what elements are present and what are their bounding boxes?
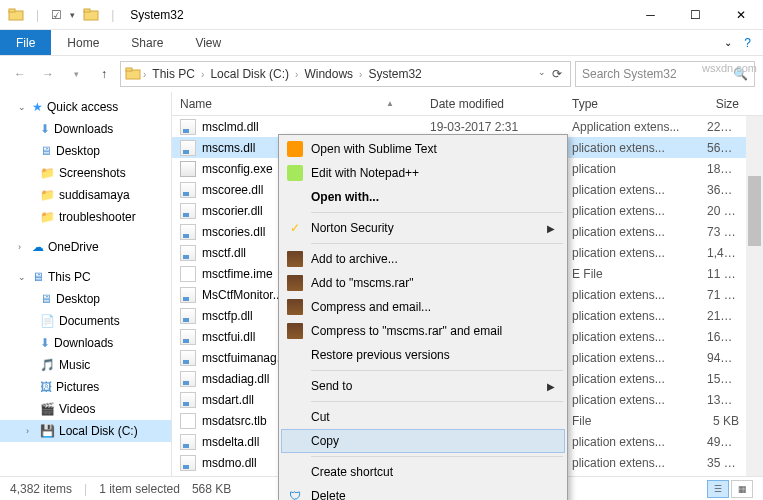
ctx-copy[interactable]: Copy — [281, 429, 565, 453]
file-icon — [180, 245, 196, 261]
crumb-local-disk[interactable]: Local Disk (C:) — [206, 67, 293, 81]
qat-overflow-icon[interactable]: ▾ — [70, 10, 75, 20]
sidebar-item-local-disk[interactable]: › 💾Local Disk (C:) — [0, 420, 171, 442]
navigation-pane: ⌄ ★ Quick access ⬇Downloads 🖥Desktop 📁Sc… — [0, 92, 172, 476]
breadcrumb-sep[interactable]: › — [359, 69, 362, 80]
ctx-add-rar[interactable]: Add to "mscms.rar" — [281, 271, 565, 295]
close-button[interactable]: ✕ — [718, 0, 763, 30]
sidebar-item-pictures[interactable]: 🖼Pictures — [0, 376, 171, 398]
sidebar-item-videos[interactable]: 🎬Videos — [0, 398, 171, 420]
winrar-icon — [287, 299, 303, 315]
ctx-separator — [311, 243, 563, 244]
search-placeholder: Search System32 — [582, 67, 677, 81]
chevron-right-icon[interactable]: › — [18, 242, 28, 252]
ctx-delete[interactable]: 🛡Delete — [281, 484, 565, 500]
ctx-norton[interactable]: ✓Norton Security▶ — [281, 216, 565, 240]
chevron-down-icon[interactable]: ⌄ — [18, 102, 28, 112]
ctx-add-archive[interactable]: Add to archive... — [281, 247, 565, 271]
address-dropdown-icon[interactable]: ⌄ — [538, 67, 546, 81]
recent-dropdown-icon[interactable]: ▾ — [64, 62, 88, 86]
details-view-button[interactable]: ☰ — [707, 480, 729, 498]
qat-checkbox-icon[interactable]: ☑ — [51, 8, 62, 22]
chevron-down-icon[interactable]: ⌄ — [18, 272, 28, 282]
breadcrumb-sep[interactable]: › — [201, 69, 204, 80]
ribbon-expand-icon[interactable]: ⌄ — [724, 37, 732, 48]
ctx-open-with[interactable]: Open with... — [281, 185, 565, 209]
sidebar-item-downloads[interactable]: ⬇Downloads — [0, 118, 171, 140]
folder-icon: 📁 — [40, 210, 55, 224]
sidebar-item-screenshots[interactable]: 📁Screenshots — [0, 162, 171, 184]
column-type[interactable]: Type — [564, 92, 699, 115]
ribbon-tabs: File Home Share View ⌄ ? — [0, 30, 763, 56]
tab-home[interactable]: Home — [51, 30, 115, 55]
scrollbar-thumb[interactable] — [748, 176, 761, 246]
ctx-cut[interactable]: Cut — [281, 405, 565, 429]
tab-share[interactable]: Share — [115, 30, 179, 55]
forward-button[interactable]: → — [36, 62, 60, 86]
sidebar-onedrive[interactable]: › ☁ OneDrive — [0, 236, 171, 258]
file-name: msdadiag.dll — [202, 372, 269, 386]
sidebar-item-downloads2[interactable]: ⬇Downloads — [0, 332, 171, 354]
view-switcher: ☰ ▦ — [707, 480, 753, 498]
breadcrumb-sep[interactable]: › — [143, 69, 146, 80]
ctx-edit-npp[interactable]: Edit with Notepad++ — [281, 161, 565, 185]
file-name: msconfig.exe — [202, 162, 273, 176]
refresh-icon[interactable]: ⟳ — [552, 67, 562, 81]
file-icon — [180, 308, 196, 324]
ctx-compress-email[interactable]: Compress and email... — [281, 295, 565, 319]
help-icon[interactable]: ? — [744, 36, 751, 50]
tab-file[interactable]: File — [0, 30, 51, 55]
sidebar-item-desktop2[interactable]: 🖥Desktop — [0, 288, 171, 310]
up-button[interactable]: ↑ — [92, 62, 116, 86]
file-name: MsCtfMonitor... — [202, 288, 283, 302]
address-bar[interactable]: › This PC › Local Disk (C:) › Windows › … — [120, 61, 571, 87]
icons-view-button[interactable]: ▦ — [731, 480, 753, 498]
file-name: msdelta.dll — [202, 435, 259, 449]
ctx-restore[interactable]: Restore previous versions — [281, 343, 565, 367]
ctx-send-to[interactable]: Send to▶ — [281, 374, 565, 398]
file-name: msctfui.dll — [202, 330, 255, 344]
winrar-icon — [287, 251, 303, 267]
sidebar-item-troubleshooter[interactable]: 📁troubleshooter — [0, 206, 171, 228]
sidebar-label: OneDrive — [48, 240, 99, 254]
ctx-open-sublime[interactable]: Open with Sublime Text — [281, 137, 565, 161]
cell-name: msclmd.dll — [172, 119, 422, 135]
ctx-compress-rar-email[interactable]: Compress to "mscms.rar" and email — [281, 319, 565, 343]
file-icon — [180, 287, 196, 303]
svg-rect-3 — [84, 9, 90, 12]
column-date[interactable]: Date modified — [422, 92, 564, 115]
window-title: System32 — [130, 8, 183, 22]
cell-type: plication extens... — [564, 435, 699, 449]
music-icon: 🎵 — [40, 358, 55, 372]
crumb-system32[interactable]: System32 — [364, 67, 425, 81]
sidebar-item-suddisamaya[interactable]: 📁suddisamaya — [0, 184, 171, 206]
back-button[interactable]: ← — [8, 62, 32, 86]
chevron-right-icon[interactable]: › — [26, 426, 36, 436]
column-name[interactable]: Name▲ — [172, 92, 422, 115]
title-bar: | ☑ ▾ | System32 ─ ☐ ✕ — [0, 0, 763, 30]
sort-indicator-icon: ▲ — [386, 99, 394, 108]
crumb-this-pc[interactable]: This PC — [148, 67, 199, 81]
sidebar-this-pc[interactable]: ⌄ 🖥 This PC — [0, 266, 171, 288]
column-size[interactable]: Size — [699, 92, 763, 115]
cell-date: 19-03-2017 2:31 — [422, 120, 564, 134]
minimize-button[interactable]: ─ — [628, 0, 673, 30]
file-name: msdart.dll — [202, 393, 254, 407]
cell-type: plication extens... — [564, 183, 699, 197]
status-item-count: 4,382 items — [10, 482, 72, 496]
sidebar-item-desktop[interactable]: 🖥Desktop — [0, 140, 171, 162]
ctx-create-shortcut[interactable]: Create shortcut — [281, 460, 565, 484]
crumb-windows[interactable]: Windows — [300, 67, 357, 81]
cell-type: plication extens... — [564, 351, 699, 365]
sidebar-quick-access[interactable]: ⌄ ★ Quick access — [0, 96, 171, 118]
sidebar-item-music[interactable]: 🎵Music — [0, 354, 171, 376]
desktop-icon: 🖥 — [40, 144, 52, 158]
tab-view[interactable]: View — [179, 30, 237, 55]
cell-type: plication extens... — [564, 372, 699, 386]
norton-icon: ✓ — [287, 220, 303, 236]
maximize-button[interactable]: ☐ — [673, 0, 718, 30]
vertical-scrollbar[interactable] — [746, 116, 763, 476]
window-controls: ─ ☐ ✕ — [628, 0, 763, 30]
sidebar-item-documents[interactable]: 📄Documents — [0, 310, 171, 332]
breadcrumb-sep[interactable]: › — [295, 69, 298, 80]
